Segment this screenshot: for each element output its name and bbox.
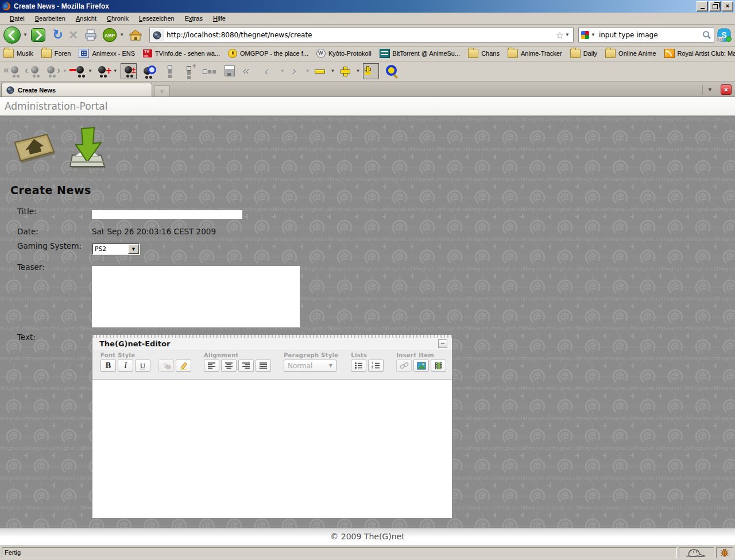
reload-icon[interactable]: ↻ [51, 27, 64, 44]
minus-yellow-icon[interactable] [313, 64, 328, 79]
bookmark-item[interactable]: Chans [468, 49, 500, 58]
insert-link-button[interactable] [396, 360, 412, 372]
date-value: Sat Sep 26 20:03:16 CEST 2009 [92, 227, 216, 236]
zoom-blue-icon[interactable] [384, 64, 399, 79]
menu-item-datei[interactable]: Datei [5, 14, 30, 23]
bookmark-item[interactable]: TVinfo.de - sehen wa... [143, 49, 220, 57]
bookmark-item[interactable]: Animexx - ENS [79, 49, 135, 58]
dropdown-icon[interactable]: ▼ [88, 69, 92, 74]
bookmark-item[interactable]: Kyôto-Protokoll [316, 49, 372, 58]
url-dropdown[interactable]: ▼ [565, 33, 573, 37]
close-button[interactable]: × [722, 1, 733, 11]
align-right-button[interactable] [238, 360, 254, 372]
plusminus-yellow-icon[interactable] [363, 63, 379, 79]
ghost-extension-panel[interactable] [679, 547, 714, 558]
bug-extension-panel[interactable] [716, 547, 733, 558]
portal-import-icon[interactable] [64, 126, 109, 170]
swoosh-back-icon[interactable] [262, 64, 277, 79]
align-justify-button[interactable] [256, 360, 271, 372]
eye-rewind-icon[interactable] [5, 64, 20, 79]
film-icon [434, 362, 443, 370]
select-dropdown-icon[interactable]: ▼ [128, 244, 139, 254]
tab-create-news[interactable]: Create News [1, 83, 152, 96]
eye-back-icon[interactable] [25, 64, 40, 79]
gaming-system-select[interactable]: PS2 ▼ [92, 243, 140, 255]
portal-home-icon[interactable] [9, 129, 56, 167]
menu-item-chronik[interactable]: Chronik [102, 14, 134, 23]
highlight-button[interactable] [176, 360, 191, 372]
dropdown-icon[interactable]: ▼ [280, 69, 285, 74]
bookmark-item[interactable]: Daily [570, 49, 597, 58]
tiles-row-icon[interactable] [202, 64, 217, 79]
insert-video-button[interactable] [431, 360, 446, 372]
menu-item-ansicht[interactable]: Ansicht [71, 14, 102, 23]
bookmark-item[interactable]: OMGPOP - the place f... [228, 49, 308, 58]
copyright-text: © 2009 The(G)net [330, 532, 404, 541]
restore-button[interactable] [709, 1, 721, 11]
back-button[interactable] [3, 26, 21, 44]
menu-item-lesezeichen[interactable]: Lesezeichen [134, 14, 180, 23]
eye-remove-icon[interactable] [70, 64, 85, 79]
align-left-button[interactable] [204, 360, 219, 372]
title-bar[interactable]: Create News - Mozilla Firefox × [0, 0, 735, 13]
search-bar[interactable]: ▼ [578, 28, 714, 43]
paragraph-style-select[interactable]: Normal ▼ [284, 360, 336, 372]
tiles-column-icon[interactable] [162, 64, 177, 79]
bookmark-item[interactable]: Anime-Tracker [508, 49, 562, 58]
list-all-tabs-icon[interactable]: ▼ [702, 85, 717, 94]
new-tab-button[interactable] [154, 85, 170, 96]
menu-item-hilfe[interactable]: Hilfe [208, 14, 231, 23]
dropdown-icon[interactable]: ▼ [63, 69, 67, 74]
search-magnifier-icon[interactable] [702, 30, 711, 40]
close-tab-icon[interactable]: ✕ [721, 84, 732, 95]
forward-button[interactable] [31, 28, 45, 42]
minimize-button[interactable] [697, 1, 708, 11]
bookmark-item[interactable]: Musik [3, 49, 33, 58]
url-bar[interactable]: ☆ ▼ [149, 28, 574, 43]
adblock-dropdown[interactable]: ▼ [119, 33, 124, 37]
stop-icon[interactable]: ✕ [68, 28, 78, 42]
swoosh-rewind-icon[interactable] [242, 64, 257, 79]
svg-text:3: 3 [372, 366, 373, 369]
bookmark-item[interactable]: Royal Artist Club: Ma... [664, 49, 735, 58]
bullet-list-button[interactable] [351, 360, 366, 372]
menu-item-extras[interactable]: Extras [180, 14, 208, 23]
title-input[interactable] [92, 210, 242, 219]
bookmark-item[interactable]: Online Anime [605, 49, 656, 58]
adblock-plus-icon[interactable]: ABP [102, 28, 117, 43]
eye-zoom-icon[interactable] [142, 64, 157, 79]
bold-button[interactable]: B [100, 360, 116, 372]
swoosh-forward-icon[interactable] [288, 64, 303, 79]
search-input[interactable] [597, 31, 702, 39]
search-engine-dropdown[interactable]: ▼ [589, 33, 597, 37]
font-color-button[interactable]: T [158, 360, 174, 372]
dropdown-icon[interactable]: ▼ [356, 69, 361, 74]
bookmarks-toolbar: MusikForenAnimexx - ENSTVinfo.de - sehen… [0, 47, 735, 61]
bookmark-star-icon[interactable]: ☆ [554, 30, 565, 41]
insert-image-button[interactable] [413, 360, 429, 372]
editor-content-area[interactable] [92, 380, 452, 518]
align-center-button[interactable] [221, 360, 237, 372]
back-history-dropdown[interactable]: ▼ [23, 33, 28, 37]
numbered-list-button[interactable]: 123 [368, 360, 384, 372]
bookmark-item[interactable]: BitTorrent @ AnimeSu... [380, 49, 461, 58]
print-icon[interactable] [84, 29, 98, 41]
underline-button[interactable]: U [135, 360, 150, 372]
dropdown-icon[interactable]: ▼ [305, 69, 310, 74]
italic-button[interactable]: I [118, 360, 133, 372]
dropdown-icon[interactable]: ▼ [113, 69, 118, 74]
home-icon[interactable] [129, 29, 142, 41]
skype-icon[interactable]: S 123 [717, 28, 732, 43]
editor-minimize-button[interactable] [438, 339, 447, 348]
teaser-textarea[interactable] [92, 266, 300, 327]
plus-yellow-icon[interactable] [338, 64, 353, 79]
bookmark-item[interactable]: Foren [41, 49, 71, 58]
url-input[interactable] [164, 31, 554, 39]
eye-plusminus-icon[interactable] [121, 63, 137, 79]
eye-forward-icon[interactable] [45, 64, 60, 79]
dropdown-icon[interactable]: ▼ [331, 69, 335, 74]
save-icon[interactable] [222, 64, 237, 79]
menu-item-bearbeiten[interactable]: Bearbeiten [30, 14, 71, 23]
tiles-column-add-icon[interactable] [182, 64, 197, 79]
eye-add-icon[interactable] [95, 64, 110, 79]
